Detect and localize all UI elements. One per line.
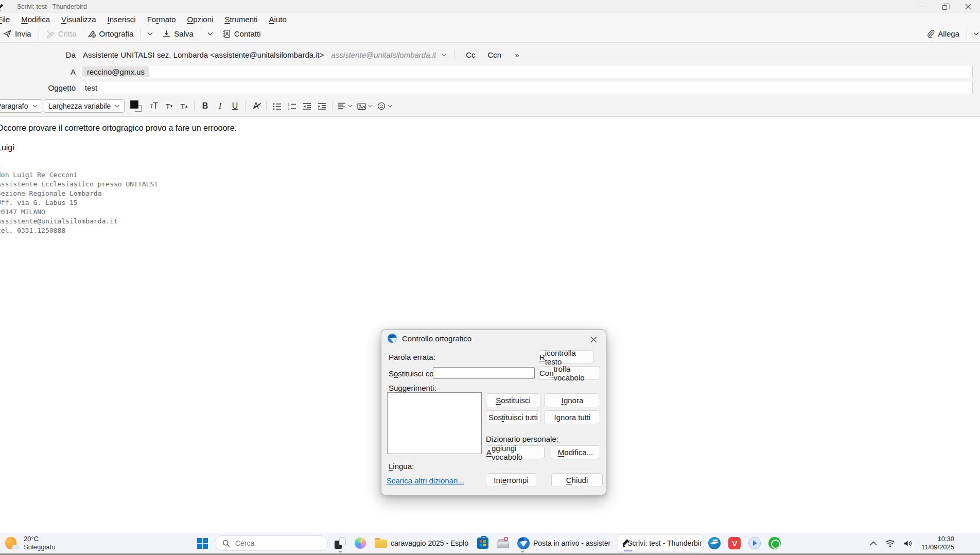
more-recipients-button[interactable]: » xyxy=(511,49,523,60)
microsoft-store-button[interactable] xyxy=(475,533,491,553)
search-input[interactable] xyxy=(235,539,312,547)
outdent-button[interactable] xyxy=(300,99,313,113)
replace-with-input[interactable] xyxy=(433,367,535,379)
minimize-icon xyxy=(918,7,924,7)
underline-button[interactable]: U xyxy=(228,99,241,113)
numbered-list-button[interactable]: 12 xyxy=(285,99,299,113)
menu-visualizza[interactable]: Visualizza xyxy=(56,13,102,25)
copilot-button[interactable] xyxy=(353,533,368,553)
compose-window-label: Scrivi: test - Thunderbir xyxy=(627,539,702,547)
decrease-font-size-button[interactable]: T▾ xyxy=(162,99,176,113)
suggestions-listbox[interactable] xyxy=(387,392,482,454)
paragraph-format-select[interactable]: Paragrafo xyxy=(0,99,42,113)
taskbar-compose-window-active[interactable]: Scrivi: test - Thunderbir xyxy=(617,534,702,552)
subject-input[interactable] xyxy=(82,83,970,92)
start-button[interactable] xyxy=(195,533,210,553)
menu-file[interactable]: File xyxy=(0,13,15,25)
openoffice-button[interactable] xyxy=(707,533,722,553)
spellcheck-dropdown[interactable] xyxy=(143,26,157,41)
whatsapp-button[interactable] xyxy=(767,533,782,553)
attach-button[interactable]: Allega xyxy=(921,26,965,41)
taskbar-thunderbird-window[interactable]: Posta in arrivo - assister xyxy=(515,533,612,553)
restore-button[interactable] xyxy=(933,0,956,13)
insert-smiley-button[interactable] xyxy=(376,99,394,113)
font-size-button[interactable]: ᴛT xyxy=(147,99,161,113)
italic-button[interactable]: I xyxy=(213,99,226,113)
menu-formato[interactable]: Formato xyxy=(142,13,182,25)
media-player-button[interactable] xyxy=(747,533,762,553)
taskbar-clock[interactable]: 10:30 11/09/2025 xyxy=(921,535,954,551)
chevron-down-icon xyxy=(973,32,979,36)
weather-widget[interactable]: 20°C Soleggiato xyxy=(5,535,55,551)
volume-icon[interactable] xyxy=(903,540,913,547)
from-label: Da xyxy=(0,50,76,59)
chevron-down-icon xyxy=(115,105,120,108)
close-button[interactable] xyxy=(956,0,980,13)
spellcheck-button[interactable]: Ortografia xyxy=(82,26,139,41)
save-button[interactable]: Salva xyxy=(157,26,199,41)
replace-all-button[interactable]: Sostituisci tutti xyxy=(486,410,540,424)
bullet-list-button[interactable] xyxy=(270,99,284,113)
microsoft-store-icon xyxy=(477,537,488,549)
taskbar-explorer-window[interactable]: caravaggio 2025 - Esplo xyxy=(373,533,470,553)
recipient-pill[interactable]: reccino@gmx.us xyxy=(82,66,149,77)
menu-strumenti[interactable]: Strumenti xyxy=(219,13,263,25)
taskbar-search[interactable] xyxy=(215,535,328,551)
add-word-button[interactable]: Aggiungi vocabolo xyxy=(486,445,545,459)
weather-sun-cloud-icon xyxy=(5,536,19,550)
from-secondary-email: assistente@unitalsilombarda.it xyxy=(331,50,436,59)
recheck-text-button[interactable]: Ricontrolla testo xyxy=(539,350,593,364)
minimize-button[interactable] xyxy=(909,0,933,13)
to-input[interactable]: reccino@gmx.us xyxy=(80,65,973,78)
insert-image-button[interactable] xyxy=(356,99,374,113)
contacts-label: Contatti xyxy=(234,29,261,38)
remove-formatting-button[interactable]: A xyxy=(249,99,262,113)
menu-opzioni[interactable]: Opzioni xyxy=(182,13,219,25)
toolbar-separator xyxy=(39,28,39,39)
from-identity[interactable]: Assistente UNITALSI sez. Lombarda <assis… xyxy=(83,50,324,59)
font-select[interactable]: Larghezza variabile xyxy=(44,99,125,113)
indent-button[interactable] xyxy=(315,99,328,113)
contacts-button[interactable]: Contatti xyxy=(217,26,266,41)
stop-button[interactable]: Interrompi xyxy=(486,473,536,487)
edit-dictionary-button[interactable]: Modifica... xyxy=(551,445,600,459)
dialog-close-button[interactable] xyxy=(586,334,601,345)
from-dropdown-chevron-icon[interactable] xyxy=(441,53,447,57)
clock-date: 11/09/2025 xyxy=(921,543,954,551)
increase-font-size-button[interactable]: T▴ xyxy=(177,99,190,113)
save-dropdown[interactable] xyxy=(203,26,217,41)
ignore-all-button[interactable]: Ignora tutti xyxy=(545,410,600,424)
svg-text:2: 2 xyxy=(288,107,290,110)
encrypt-button[interactable]: Critta xyxy=(41,26,82,41)
task-view-button[interactable] xyxy=(332,533,348,553)
message-body[interactable]: Occorre provare il correttore ortogragic… xyxy=(0,117,980,235)
menu-aiuto[interactable]: Aiuto xyxy=(264,13,292,25)
alignment-button[interactable] xyxy=(336,99,354,113)
menu-modifica[interactable]: Modifica xyxy=(15,13,56,25)
send-button[interactable]: Invia xyxy=(0,26,37,41)
vivaldi-button[interactable]: V xyxy=(727,533,742,553)
wifi-icon[interactable] xyxy=(885,540,895,547)
text-color-picker[interactable] xyxy=(130,100,142,112)
ccn-button[interactable]: Ccn xyxy=(484,49,506,60)
paragraph-format-value: Paragrafo xyxy=(0,102,28,110)
thunderbird-icon xyxy=(517,537,530,549)
chevron-down-icon xyxy=(348,105,353,108)
ignore-button[interactable]: Ignora xyxy=(545,393,600,407)
spellcheck-dialog: Controllo ortografico Parola errata: Ric… xyxy=(381,329,606,495)
download-dictionaries-link[interactable]: Scarica altri dizionari... xyxy=(387,476,464,485)
menu-inserisci[interactable]: Inserisci xyxy=(102,13,142,25)
check-word-button[interactable]: Controlla vocabolo xyxy=(539,366,600,380)
replace-button[interactable]: Sostituisci xyxy=(486,393,540,407)
thunderbird-icon xyxy=(388,334,397,343)
cc-button[interactable]: Cc xyxy=(462,49,479,60)
tray-chevron-up-icon[interactable] xyxy=(870,541,877,546)
subject-label: Oggetto xyxy=(0,83,76,92)
close-dialog-button[interactable]: Chiudi xyxy=(551,473,603,487)
body-paragraph: Luigi xyxy=(0,143,980,152)
bold-button[interactable]: B xyxy=(198,99,212,113)
clock-time: 10:30 xyxy=(921,535,954,543)
weather-temperature: 20°C xyxy=(24,535,55,543)
fax-scan-button[interactable] xyxy=(495,533,511,553)
attach-dropdown[interactable] xyxy=(969,26,980,41)
